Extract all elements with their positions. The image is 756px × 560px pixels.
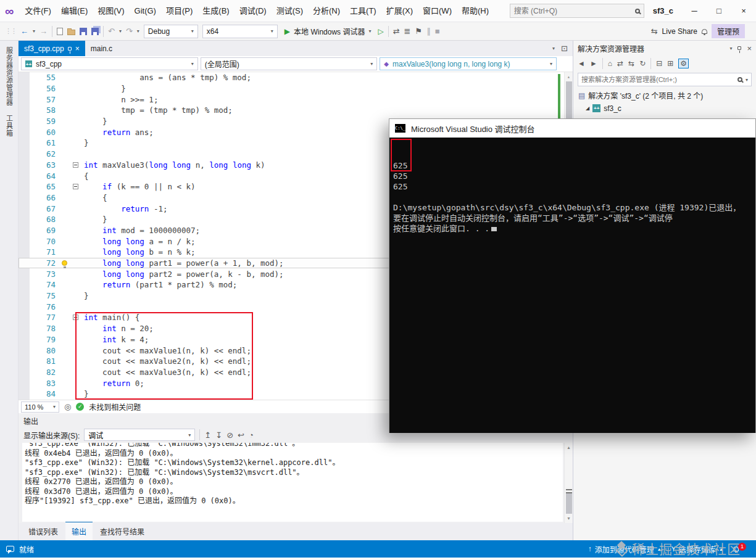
output-source-select[interactable]: 调试 ▾ <box>84 429 195 441</box>
menu-item[interactable]: Git(G) <box>130 0 161 22</box>
zoom-select[interactable]: 110 % ▾ <box>21 401 59 413</box>
breakpoint-gutter[interactable] <box>19 149 30 160</box>
tab-find-symbol-results[interactable]: 查找符号结果 <box>94 522 151 540</box>
breakpoint-gutter[interactable] <box>19 301 30 312</box>
sync-with-active-document-icon[interactable]: ⇆ <box>628 60 634 67</box>
breakpoint-gutter[interactable] <box>19 116 30 127</box>
side-tool-tab[interactable]: 服务器资源管理器 <box>4 47 14 106</box>
global-search-box[interactable] <box>510 4 644 18</box>
quick-actions-bulb-icon[interactable] <box>62 260 67 266</box>
chevron-down-icon[interactable]: ▾ <box>746 77 748 83</box>
breakpoint-gutter[interactable] <box>19 138 30 149</box>
menu-item[interactable]: 生成(B) <box>197 0 234 22</box>
menu-item[interactable]: 文件(F) <box>20 0 56 22</box>
breakpoint-gutter[interactable] <box>19 247 30 258</box>
console-output[interactable]: 625625625D:\mysetup\gopath\src\dsy\sf3_c… <box>389 138 755 433</box>
member-dropdown[interactable]: ◆ maxValue3(long long n, long long k) ▾ <box>380 57 557 70</box>
menu-item[interactable]: 编辑(E) <box>56 0 93 22</box>
close-button[interactable]: × <box>731 0 756 22</box>
tree-item-solution[interactable]: ▤ 解决方案 'sf3_c' (2 个项目, 共 2 个) <box>573 89 756 102</box>
navigate-back-dropdown-icon[interactable]: ▾ <box>33 28 35 34</box>
stop-debugging-icon[interactable]: ■ <box>435 27 440 35</box>
home-icon[interactable]: ⌂ <box>608 60 612 67</box>
breakpoint-gutter[interactable] <box>19 377 30 389</box>
next-message-icon[interactable]: ↧ <box>215 431 222 439</box>
live-share-label[interactable]: Live Share <box>662 27 697 36</box>
menu-item[interactable]: 窗口(W) <box>418 0 457 22</box>
breakpoint-gutter[interactable] <box>19 170 30 181</box>
expander-icon[interactable]: ◢ <box>586 106 589 111</box>
breakpoint-gutter[interactable] <box>19 236 30 247</box>
navigate-forward-icon[interactable]: ► <box>590 60 597 67</box>
window-position-icon[interactable]: ▾ <box>729 46 732 51</box>
platform-select[interactable]: x64 ▾ <box>202 25 278 38</box>
menu-item[interactable]: 分析(N) <box>308 0 345 22</box>
breakpoint-gutter[interactable] <box>19 225 30 236</box>
refresh-icon[interactable]: ↻ <box>639 60 646 67</box>
history-icon[interactable]: ◔ <box>249 431 254 439</box>
tree-item-project[interactable]: ◢ sf3_c <box>573 102 756 115</box>
code-line[interactable]: 56 } <box>19 83 573 94</box>
breakpoint-gutter[interactable] <box>19 83 30 94</box>
notifications-icon[interactable] <box>702 29 707 34</box>
output-scrollbar[interactable]: ▴ ▾ <box>564 443 573 523</box>
menu-item[interactable]: 调试(D) <box>235 0 272 22</box>
solution-search-input[interactable] <box>581 76 734 83</box>
scroll-down-icon[interactable]: ▾ <box>567 514 570 523</box>
menu-item[interactable]: 帮助(H) <box>457 0 494 22</box>
breakpoint-gutter[interactable] <box>19 160 30 171</box>
breakpoint-gutter[interactable] <box>19 367 30 378</box>
properties-icon[interactable]: ⚙ <box>678 59 689 68</box>
debug-console-window[interactable]: C:\_ Microsoft Visual Studio 调试控制台 62562… <box>389 118 756 433</box>
bookmark-icon[interactable]: ⚑ <box>415 27 423 35</box>
save-icon[interactable] <box>80 28 87 35</box>
save-all-icon[interactable] <box>91 28 99 35</box>
menu-item[interactable]: 项目(P) <box>161 0 197 22</box>
line-operations-icon[interactable]: ≣ <box>404 27 411 35</box>
open-file-icon[interactable] <box>67 30 75 35</box>
tab-sf3-cpp[interactable]: sf3_cpp.cpp × <box>19 41 85 56</box>
project-dropdown[interactable]: sf3_cpp ▾ <box>21 57 198 70</box>
breakpoint-gutter[interactable] <box>19 214 30 225</box>
close-tab-icon[interactable]: × <box>75 44 80 53</box>
word-wrap-icon[interactable]: ↩ <box>238 431 244 439</box>
code-line[interactable]: 58 tmp = (tmp * tmp) % mod; <box>19 105 573 116</box>
scrollbar-thumb[interactable] <box>566 493 572 514</box>
pin-icon[interactable] <box>68 47 72 51</box>
show-all-files-icon[interactable]: ⊞ <box>667 60 673 67</box>
breakpoint-gutter[interactable] <box>19 258 30 269</box>
output-log[interactable]: "sf3_cpp.exe" (Win32): 已加载 "C:\Windows\S… <box>22 443 563 522</box>
undo-icon[interactable]: ↶ <box>108 27 115 35</box>
breakpoint-gutter[interactable] <box>19 94 30 105</box>
minimize-button[interactable]: ─ <box>682 0 707 22</box>
breakpoint-gutter[interactable] <box>19 279 30 290</box>
maximize-button[interactable]: □ <box>707 0 731 22</box>
fold-collapse-icon[interactable] <box>73 184 78 189</box>
breakpoint-gutter[interactable] <box>19 268 30 279</box>
pin-icon[interactable] <box>737 46 741 50</box>
breakpoint-gutter[interactable] <box>19 105 30 116</box>
breakpoint-gutter[interactable] <box>19 181 30 192</box>
breakpoint-gutter[interactable] <box>19 203 30 214</box>
solution-search-box[interactable]: ▾ <box>578 73 752 86</box>
global-search-input[interactable] <box>514 7 635 15</box>
breakpoint-gutter[interactable] <box>19 192 30 204</box>
breakpoint-gutter[interactable] <box>19 356 30 367</box>
breakpoint-gutter[interactable] <box>19 290 30 302</box>
navigate-forward-icon[interactable]: → <box>39 27 48 35</box>
navigate-back-icon[interactable]: ◄ <box>578 60 585 67</box>
breakpoint-gutter[interactable] <box>19 345 30 356</box>
code-navigation-icon[interactable]: ⇄ <box>393 27 400 35</box>
toolbar-grip[interactable]: ⋮⋮ <box>5 27 16 35</box>
code-line[interactable]: 57 n >>= 1; <box>19 94 573 105</box>
scroll-up-icon[interactable]: ▴ <box>567 72 570 81</box>
breakpoint-gutter[interactable] <box>19 323 30 334</box>
navigate-back-icon[interactable]: ← <box>20 27 28 35</box>
break-all-icon[interactable]: ∥ <box>426 27 431 35</box>
scope-dropdown[interactable]: (全局范围) ▾ <box>201 57 378 70</box>
undo-dropdown-icon[interactable]: ▾ <box>119 28 122 34</box>
tab-error-list[interactable]: 错误列表 <box>22 522 64 540</box>
feedback-icon[interactable] <box>6 546 14 552</box>
tab-output[interactable]: 输出 <box>65 522 93 540</box>
start-debugging-button[interactable]: ▶ 本地 Windows 调试器 ▾ <box>282 26 374 36</box>
